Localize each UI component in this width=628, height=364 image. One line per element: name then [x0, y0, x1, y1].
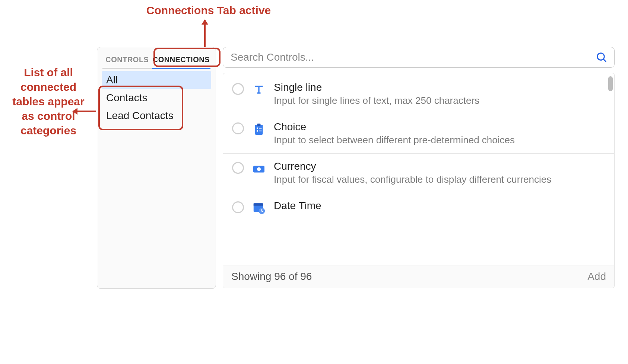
category-lead-contacts[interactable]: Lead Contacts: [102, 107, 211, 125]
svg-point-0: [597, 53, 605, 60]
control-text: Date Time: [274, 200, 605, 213]
currency-icon: [251, 161, 266, 176]
search-input[interactable]: [230, 51, 596, 64]
controls-footer: Showing 96 of 96 Add: [223, 265, 614, 288]
control-title: Single line: [274, 82, 605, 93]
svg-line-1: [603, 59, 606, 62]
svg-rect-4: [257, 128, 258, 129]
svg-rect-7: [259, 131, 262, 131]
svg-rect-11: [254, 204, 263, 206]
svg-rect-3: [257, 124, 261, 126]
control-text: Currency Input for fiscal values, config…: [274, 160, 605, 186]
category-list: All Contacts Lead Contacts: [99, 69, 213, 127]
control-desc: Input to select between different pre-de…: [274, 134, 605, 147]
status-text: Showing 96 of 96: [231, 271, 312, 282]
svg-point-9: [257, 167, 261, 171]
tab-controls[interactable]: CONTROLS: [102, 52, 152, 69]
tab-connections[interactable]: CONNECTIONS: [152, 52, 210, 69]
control-title: Currency: [274, 160, 605, 172]
text-icon: [251, 82, 266, 97]
svg-rect-6: [257, 130, 258, 132]
controls-list-container: Single line Input for single lines of te…: [223, 73, 615, 288]
arrow-left-icon: [73, 111, 96, 112]
clipboard-icon: [251, 122, 266, 137]
control-title: Date Time: [274, 200, 605, 212]
search-icon[interactable]: [596, 51, 608, 63]
control-row-date-time[interactable]: Date Time: [223, 193, 614, 222]
control-text: Single line Input for single lines of te…: [274, 82, 605, 107]
control-picker-panel: CONTROLS CONNECTIONS All Contacts Lead C…: [97, 47, 615, 289]
sidebar: CONTROLS CONNECTIONS All Contacts Lead C…: [97, 47, 216, 289]
control-row-choice[interactable]: Choice Input to select between different…: [223, 114, 614, 154]
scrollbar-thumb[interactable]: [608, 76, 613, 91]
control-row-currency[interactable]: Currency Input for fiscal values, config…: [223, 154, 614, 193]
radio-date-time[interactable]: [232, 201, 244, 213]
control-desc: Input for single lines of text, max 250 …: [274, 94, 605, 107]
control-desc: Input for fiscal values, configurable to…: [274, 173, 605, 186]
controls-list: Single line Input for single lines of te…: [223, 73, 614, 265]
svg-rect-5: [259, 128, 262, 128]
search-bar: [223, 47, 615, 68]
radio-currency[interactable]: [232, 162, 244, 174]
category-all[interactable]: All: [102, 71, 211, 89]
calendar-clock-icon: [251, 201, 266, 215]
svg-rect-2: [255, 125, 263, 135]
annotation-left: List of all connected tables appear as c…: [7, 65, 89, 138]
annotation-top: Connections Tab active: [138, 3, 279, 17]
control-text: Choice Input to select between different…: [274, 121, 605, 147]
radio-single-line[interactable]: [232, 83, 244, 95]
scrollbar[interactable]: [608, 76, 613, 99]
controls-area: Single line Input for single lines of te…: [223, 47, 615, 289]
radio-choice[interactable]: [232, 122, 244, 134]
category-contacts[interactable]: Contacts: [102, 89, 211, 107]
arrow-down-icon: [204, 20, 206, 47]
control-title: Choice: [274, 121, 605, 133]
add-button[interactable]: Add: [587, 271, 606, 282]
tab-bar: CONTROLS CONNECTIONS: [99, 50, 213, 69]
control-row-single-line[interactable]: Single line Input for single lines of te…: [223, 75, 614, 114]
